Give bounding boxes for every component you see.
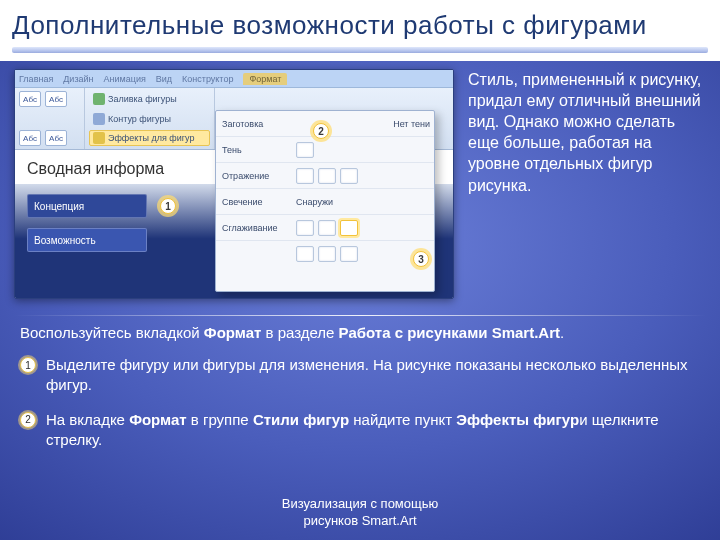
step-bullet: 1 <box>20 357 36 373</box>
step-2: 2 На вкладке Формат в группе Стили фигур… <box>20 410 700 451</box>
callout-3: 3 <box>413 251 429 267</box>
step-1: 1 Выделите фигуру или фигуры для изменен… <box>20 355 700 396</box>
effects-icon <box>93 132 105 144</box>
shape-effects-button[interactable]: Эффекты для фигур <box>89 130 210 146</box>
callout-1: 1 <box>160 198 176 214</box>
effect-thumb[interactable] <box>318 246 336 262</box>
step-text: Выделите фигуру или фигуры для изменения… <box>46 355 700 396</box>
intro-paragraph: Стиль, примененный к рисунку, придал ему… <box>468 69 706 196</box>
effect-thumb[interactable] <box>296 246 314 262</box>
pencil-icon <box>93 113 105 125</box>
tab: Конструктор <box>182 74 233 84</box>
effect-thumb[interactable] <box>296 220 314 236</box>
dd-item[interactable]: Отражение <box>222 171 292 181</box>
effect-thumb[interactable] <box>340 220 358 236</box>
bucket-icon <box>93 93 105 105</box>
dd-item[interactable]: Тень <box>222 145 292 155</box>
style-thumb: Абс <box>19 91 41 107</box>
style-thumb: Абс <box>45 130 67 146</box>
screenshot-panel: Главная Дизайн Анимация Вид Конструктор … <box>14 69 454 299</box>
dd-item[interactable]: Сглаживание <box>222 223 292 233</box>
effect-thumb[interactable] <box>340 246 358 262</box>
effect-thumb[interactable] <box>296 168 314 184</box>
callout-2: 2 <box>313 123 329 139</box>
instructions: Воспользуйтесь вкладкой Формат в разделе… <box>0 324 720 450</box>
effect-thumb[interactable] <box>296 142 314 158</box>
effect-thumb[interactable] <box>318 168 336 184</box>
smartart-shape: Возможность <box>27 228 147 252</box>
tab-active: Формат <box>243 73 287 85</box>
dd-item[interactable]: Свечение <box>222 197 292 207</box>
ribbon-tabs: Главная Дизайн Анимация Вид Конструктор … <box>15 70 453 88</box>
divider <box>14 315 706 316</box>
page-title: Дополнительные возможности работы с фигу… <box>0 0 720 61</box>
tab: Дизайн <box>63 74 93 84</box>
tab: Анимация <box>104 74 146 84</box>
style-thumb: Абс <box>19 130 41 146</box>
style-thumb: Абс <box>45 91 67 107</box>
shape-outline-button[interactable]: Контур фигуры <box>89 111 210 127</box>
effect-thumb[interactable] <box>318 220 336 236</box>
tab: Главная <box>19 74 53 84</box>
step-bullet: 2 <box>20 412 36 428</box>
lead-text: Воспользуйтесь вкладкой Формат в разделе… <box>20 324 700 341</box>
effect-thumb[interactable] <box>340 168 358 184</box>
step-text: На вкладке Формат в группе Стили фигур н… <box>46 410 700 451</box>
shape-fill-button[interactable]: Заливка фигуры <box>89 91 210 107</box>
tab: Вид <box>156 74 172 84</box>
dd-item[interactable]: Заготовка <box>222 119 292 129</box>
footer: Визуализация с помощьюрисунков Smart.Art <box>0 496 720 530</box>
dd-header: Снаружи <box>296 197 430 207</box>
smartart-shape: Концепция <box>27 194 147 218</box>
